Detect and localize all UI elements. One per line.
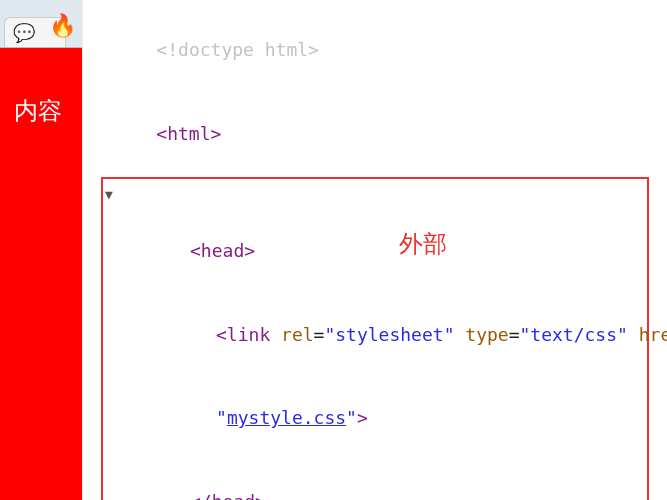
annotation-external: 外部 [399, 225, 447, 262]
elements-panel[interactable]: <!doctype html> <html> ▼ <head> <link re… [82, 0, 667, 500]
page-preview-sidebar: 💬 🔥 内容 [0, 0, 82, 500]
browser-extension-icon[interactable]: 🔥 [49, 9, 76, 43]
browser-tab-strip: 💬 🔥 [0, 0, 82, 48]
tab-favicon: 💬 [13, 19, 35, 47]
code-line-doctype[interactable]: <!doctype html> [83, 8, 661, 92]
code-line-head-open[interactable]: ▼ <head> [107, 181, 643, 293]
highlight-box-external: ▼ <head> <link rel="stylesheet" type="te… [101, 177, 649, 500]
code-line-link-href[interactable]: "mystyle.css"> [107, 377, 643, 461]
page-content-preview: 内容 [14, 92, 62, 129]
code-line-head-close[interactable]: </head> [107, 460, 643, 500]
code-line-html-open[interactable]: <html> [83, 92, 661, 176]
expand-twisty-icon[interactable]: ▼ [105, 185, 113, 205]
code-line-link[interactable]: <link rel="stylesheet" type="text/css" h… [107, 293, 643, 377]
stylesheet-link[interactable]: mystyle.css [227, 407, 346, 428]
